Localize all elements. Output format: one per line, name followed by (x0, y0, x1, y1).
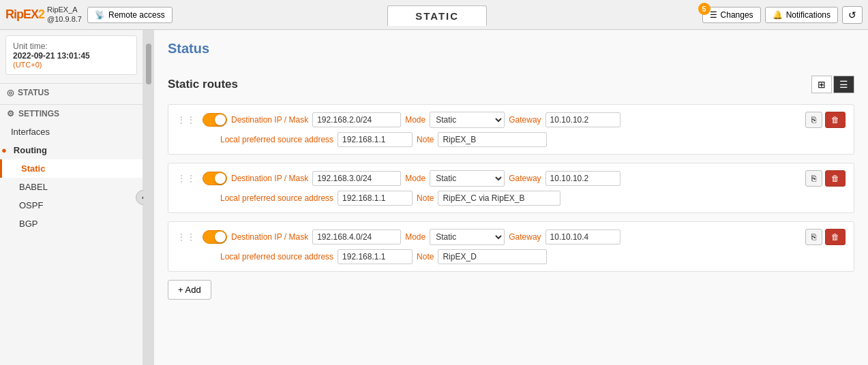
unit-time-value: 2022-09-21 13:01:45 (13, 51, 130, 61)
source-label: Local preferred source address (220, 252, 333, 261)
gateway-input[interactable] (545, 112, 620, 127)
static-label: Static (21, 163, 45, 174)
mode-select[interactable]: Static Gateway Blackhole (430, 170, 505, 187)
route-row: ⋮⋮ Destination IP / Mask Mode Static Gat… (168, 163, 854, 213)
list-view-button[interactable]: ☰ (833, 76, 854, 93)
row-actions: ⎘ 🗑 (805, 112, 845, 128)
babel-label: BABEL (19, 182, 48, 192)
topbar-right: 5 ☰ Changes 🔔 Notifications ↺ (702, 6, 863, 24)
note-label: Note (417, 252, 434, 261)
source-input[interactable] (338, 191, 413, 206)
page-title-area: STATIC (178, 5, 697, 25)
copy-button[interactable]: ⎘ (805, 229, 822, 245)
sidebar-item-static[interactable]: Static (0, 159, 143, 178)
copy-button[interactable]: ⎘ (805, 170, 822, 187)
delete-button[interactable]: 🗑 (825, 229, 845, 245)
unit-time-box: Unit time: 2022-09-21 13:01:45 (UTC+0) (5, 35, 137, 75)
page-title: STATIC (387, 5, 487, 26)
ospf-label: OSPF (19, 200, 43, 210)
add-button[interactable]: + Add (168, 280, 211, 300)
note-label: Note (417, 193, 434, 203)
scrollbar[interactable] (143, 30, 154, 365)
mode-label: Mode (405, 174, 425, 183)
grid-view-button[interactable]: ⊞ (811, 76, 832, 93)
copy-button[interactable]: ⎘ (805, 112, 822, 128)
changes-badge: 5 (698, 3, 710, 15)
dest-label: Destination IP / Mask (231, 115, 308, 125)
view-toggle: ⊞ ☰ (811, 76, 854, 93)
refresh-icon: ↺ (848, 10, 856, 20)
device-info: RipEX_A @10.9.8.7 (47, 5, 82, 23)
row-actions: ⎘ 🗑 (805, 170, 845, 187)
unit-time-tz: (UTC+0) (13, 61, 130, 69)
sidebar-section-settings: ⚙ SETTINGS (0, 104, 143, 123)
delete-button[interactable]: 🗑 (825, 170, 845, 187)
mode-label: Mode (405, 115, 425, 125)
logo-text: RipEX2 (5, 7, 44, 22)
scrollbar-thumb (146, 44, 151, 84)
gateway-label: Gateway (509, 232, 541, 242)
sidebar-item-ospf[interactable]: OSPF (0, 196, 143, 215)
note-input[interactable] (438, 132, 547, 147)
route-toggle[interactable] (203, 230, 227, 244)
source-label: Local preferred source address (220, 135, 333, 144)
drag-handle[interactable]: ⋮⋮ (177, 173, 196, 184)
changes-icon: ☰ (710, 10, 717, 20)
sidebar-item-interfaces[interactable]: Interfaces (0, 123, 143, 141)
source-label: Local preferred source address (220, 193, 333, 203)
route-toggle[interactable] (203, 172, 227, 185)
sidebar: Unit time: 2022-09-21 13:01:45 (UTC+0) ◎… (0, 30, 143, 365)
dest-label: Destination IP / Mask (231, 232, 308, 242)
source-input[interactable] (338, 249, 413, 264)
status-section-icon: ◎ (7, 88, 14, 97)
delete-button[interactable]: 🗑 (825, 112, 845, 128)
sidebar-section-status: ◎ STATUS (0, 83, 143, 101)
row-actions: ⎘ 🗑 (805, 229, 845, 245)
note-input[interactable] (438, 249, 547, 264)
changes-button[interactable]: 5 ☰ Changes (702, 7, 761, 23)
gateway-label: Gateway (509, 115, 541, 125)
notifications-button[interactable]: 🔔 Notifications (765, 7, 838, 23)
route-row: ⋮⋮ Destination IP / Mask Mode Static Gat… (168, 221, 854, 272)
source-input[interactable] (338, 132, 413, 147)
mode-label: Mode (405, 232, 425, 242)
note-label: Note (417, 135, 434, 144)
remote-access-button[interactable]: 📡 Remote access (87, 7, 173, 23)
drag-handle[interactable]: ⋮⋮ (177, 114, 196, 125)
routing-dot: ● (1, 145, 7, 155)
bell-icon: 🔔 (773, 10, 783, 20)
route-toggle[interactable] (203, 113, 227, 127)
interfaces-label: Interfaces (11, 127, 50, 137)
add-label: + Add (178, 285, 201, 295)
note-input[interactable] (438, 191, 560, 206)
gateway-input[interactable] (545, 171, 620, 186)
mode-select[interactable]: Static Gateway Blackhole (430, 229, 505, 245)
dest-label: Destination IP / Mask (231, 174, 308, 183)
content-area: Status Static routes ⊞ ☰ ⋮⋮ Dest (154, 30, 868, 365)
remote-access-icon: 📡 (95, 10, 105, 20)
bgp-label: BGP (19, 219, 38, 229)
drag-handle[interactable]: ⋮⋮ (177, 232, 196, 242)
gateway-input[interactable] (545, 229, 620, 244)
topbar: RipEX2 RipEX_A @10.9.8.7 📡 Remote access… (0, 0, 868, 30)
refresh-button[interactable]: ↺ (842, 6, 863, 24)
logo: RipEX2 RipEX_A @10.9.8.7 (5, 5, 82, 23)
settings-section-icon: ⚙ (7, 109, 14, 118)
sidebar-item-routing[interactable]: ● Routing (0, 141, 143, 159)
sidebar-item-bgp[interactable]: BGP (0, 215, 143, 233)
main-layout: Unit time: 2022-09-21 13:01:45 (UTC+0) ◎… (0, 30, 868, 365)
gateway-label: Gateway (509, 174, 541, 183)
dest-input[interactable] (312, 171, 401, 186)
mode-select[interactable]: Static Gateway Blackhole (430, 112, 505, 128)
dest-input[interactable] (312, 229, 401, 244)
route-row: ⋮⋮ Destination IP / Mask Mode Static Gat… (168, 104, 854, 155)
dest-input[interactable] (312, 112, 401, 127)
section-heading-row: Static routes ⊞ ☰ (168, 76, 854, 93)
sidebar-item-babel[interactable]: BABEL (0, 178, 143, 196)
routing-label: Routing (14, 145, 47, 155)
unit-time-label: Unit time: (13, 42, 130, 51)
status-heading: Status (168, 41, 854, 62)
section-heading: Static routes (168, 78, 238, 91)
